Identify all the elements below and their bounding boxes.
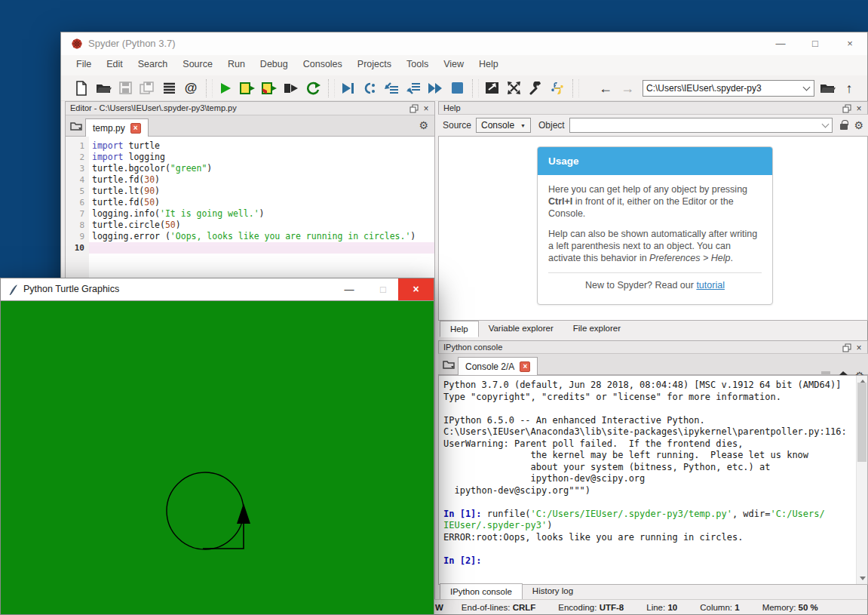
statusbar-items: End-of-lines: CRLFEncoding: UTF-8Line: 1… [462,603,841,612]
turtle-canvas [1,300,434,614]
status-line: Line: 10 [646,603,677,612]
menu-edit[interactable]: Edit [99,55,130,75]
help-header-title: Help [443,103,461,112]
source-dropdown[interactable]: Console ▼ [476,118,531,133]
close-tab-icon[interactable]: × [520,361,530,372]
debug-step-button[interactable] [360,78,379,98]
help-options-gear-icon[interactable]: ⚙ [854,120,863,131]
editor-tab-temp-py[interactable]: temp.py × [85,118,149,137]
menu-help[interactable]: Help [471,55,506,75]
debug-file-button[interactable] [338,78,357,98]
file-switcher-button[interactable] [159,78,179,98]
continue-button[interactable] [425,78,445,98]
close-pane-icon[interactable]: × [853,103,865,114]
turtle-close-button[interactable]: × [398,278,434,300]
new-file-button[interactable] [72,78,91,98]
stop-button[interactable] [447,78,467,98]
close-button[interactable]: × [833,32,867,55]
permissions-status: W [435,603,443,612]
tk-feather-icon [8,284,18,296]
close-pane-icon[interactable]: × [853,342,865,353]
tab-variable-explorer[interactable]: Variable explorer [479,321,563,337]
fullscreen-button[interactable] [504,78,523,98]
console-scrollbar[interactable] [856,376,867,584]
step-return-button[interactable] [403,78,423,98]
stop-icon [451,81,464,94]
menu-file[interactable]: File [69,55,99,75]
rerun-cell-button[interactable] [303,78,323,98]
code-lines: import turtleimport loggingturtle.bgcolo… [89,137,434,254]
help-source-row: Source Console ▼ Object ⚙ [438,115,868,136]
menu-search[interactable]: Search [130,55,176,75]
console-tab[interactable]: Console 2/A × [458,357,538,375]
toolbar-separator [572,79,579,97]
tab-help[interactable]: Help [440,321,479,337]
run-button[interactable] [216,78,235,98]
ipython-console-pane: IPython console × Console 2/A × [438,340,868,601]
menu-source[interactable]: Source [175,55,220,75]
symbol-finder-button[interactable]: @ [181,78,201,98]
scroll-down-button[interactable] [857,573,868,584]
run-selection-button[interactable] [281,78,301,98]
close-pane-icon[interactable]: × [420,103,432,114]
editor-tab-label: temp.py [93,123,125,134]
save-all-button[interactable] [137,78,157,98]
turtle-maximize-button[interactable]: □ [368,278,398,300]
run-cell-advance-button[interactable] [259,78,279,98]
step-into-icon [384,82,399,94]
usage-paragraph: Help can also be shown automatically aft… [548,228,762,264]
menu-projects[interactable]: Projects [350,55,399,75]
editor-options-gear-icon[interactable]: ⚙ [419,120,428,131]
console-output[interactable]: Python 3.7.0 (default, Jun 28 2018, 08:0… [438,375,868,585]
menu-debug[interactable]: Debug [253,55,296,75]
spyder-titlebar[interactable]: Spyder (Python 3.7) — □ × [61,32,867,55]
dropdown-arrow-icon: ▼ [520,123,526,128]
status-memory: Memory: 50 % [762,603,818,612]
spyder-logo-icon [71,38,83,50]
browse-tabs-button[interactable] [440,356,458,373]
turtle-titlebar[interactable]: Python Turtle Graphics — □ × [1,278,434,300]
run-cell-button[interactable] [238,78,257,98]
maximize-button[interactable]: □ [798,32,833,55]
chevron-down-icon [803,83,811,91]
back-button[interactable]: ← [596,78,615,98]
usage-footer-text: New to Spyder? Read our [585,280,696,291]
line-number: 10 [66,242,89,254]
menu-view[interactable]: View [436,55,471,75]
run-cell-icon [239,81,256,95]
maximize-pane-button[interactable] [482,78,501,98]
tutorial-link[interactable]: tutorial [696,280,725,291]
undock-pane-icon[interactable] [841,342,853,353]
menu-consoles[interactable]: Consoles [296,55,350,75]
object-combo[interactable] [569,118,833,133]
toolbar-separator [472,79,479,97]
line-number: 8 [66,220,89,231]
tab-history-log[interactable]: History log [523,583,583,600]
console-line: ipython-dev@scipy.org""") [443,485,867,497]
toolbar-separator [206,79,213,97]
close-tab-icon[interactable]: × [130,123,141,134]
turtle-minimize-button[interactable]: — [334,278,364,300]
menu-run[interactable]: Run [220,55,253,75]
browse-directory-button[interactable] [817,78,837,98]
scrollbar-thumb[interactable] [857,383,866,462]
python-env-button[interactable] [547,78,567,98]
editor-pane-header: Editor - C:\Users\IEUser\.spyder-py3\tem… [66,102,434,115]
open-file-button[interactable] [94,78,113,98]
menu-tools[interactable]: Tools [399,55,436,75]
save-button[interactable] [115,78,135,98]
minimize-button[interactable]: — [763,32,798,55]
undock-pane-icon[interactable] [408,103,420,114]
usage-paragraph: Here you can get help of any object by p… [548,183,762,220]
browse-tabs-button[interactable] [68,118,85,134]
forward-button[interactable]: → [618,78,637,98]
tab-file-explorer[interactable]: File explorer [563,321,630,337]
lock-icon[interactable] [840,124,848,130]
parent-directory-button[interactable]: ↑ [839,78,859,98]
undock-pane-icon[interactable] [841,103,853,114]
tab-ipython-console[interactable]: IPython console [440,583,523,600]
preferences-button[interactable] [526,78,545,98]
continue-icon [428,82,443,94]
working-directory-combo[interactable]: C:\Users\IEUser\.spyder-py3 [643,80,814,97]
step-into-button[interactable] [382,78,401,98]
